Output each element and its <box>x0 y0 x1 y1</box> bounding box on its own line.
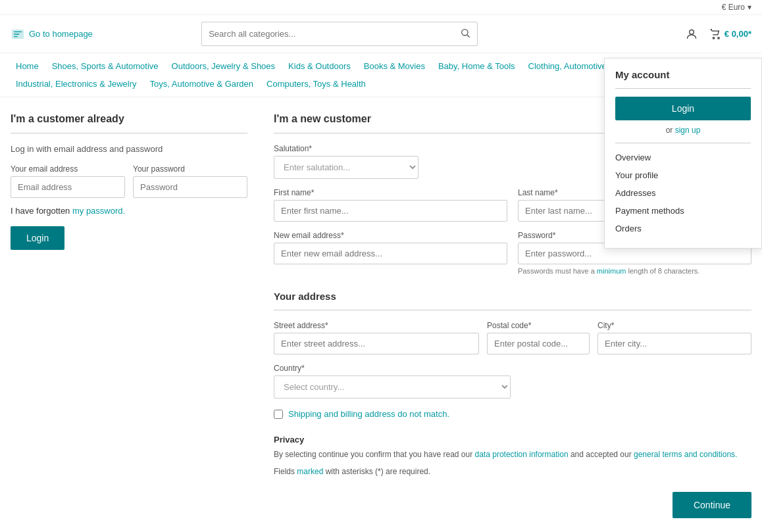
forgot-prefix: I have forgotten <box>11 206 72 216</box>
postal-input[interactable] <box>487 333 590 354</box>
header-icons: € 0,00* <box>685 28 751 41</box>
postal-group: Postal code* <box>487 321 590 354</box>
password-input[interactable] <box>133 176 247 198</box>
search-button[interactable] <box>453 22 477 45</box>
existing-customer-title: I'm a customer already <box>11 113 247 125</box>
nav-item-home[interactable]: Home <box>11 59 44 74</box>
signup-link[interactable]: sign up <box>675 126 701 135</box>
street-label: Street address* <box>274 321 479 330</box>
marked-highlight: marked <box>297 467 323 476</box>
login-credentials-row: Your email address Your password <box>11 164 247 198</box>
svg-point-5 <box>718 37 720 39</box>
user-icon <box>685 28 698 41</box>
account-button[interactable] <box>685 28 698 41</box>
dropdown-overview[interactable]: Overview <box>615 149 751 166</box>
logo-link[interactable]: Go to homepage <box>11 27 93 41</box>
address-title: Your address <box>274 291 751 302</box>
svg-point-3 <box>689 30 694 34</box>
country-label: Country* <box>274 364 511 373</box>
nav-item-toys[interactable]: Toys, Automotive & Garden <box>145 76 259 91</box>
country-select[interactable]: Select country... Germany United States … <box>274 375 511 399</box>
dropdown-title: My account <box>615 69 751 80</box>
dropdown-signup: or sign up <box>615 126 751 135</box>
email-input[interactable] <box>11 176 125 198</box>
forgot-password: I have forgotten my password. <box>11 206 247 216</box>
new-email-label: New email address* <box>274 231 507 240</box>
existing-customer-section: I'm a customer already Log in with email… <box>11 113 247 518</box>
nav-item-outdoors[interactable]: Outdoors, Jewelry & Shoes <box>166 59 281 74</box>
nav-item-books[interactable]: Books & Movies <box>359 59 430 74</box>
nav-item-shoes[interactable]: Shoes, Sports & Automotive <box>47 59 164 74</box>
first-name-group: First name* <box>274 188 507 222</box>
billing-label: Shipping and billing address do not matc… <box>288 409 449 419</box>
first-name-input[interactable] <box>274 200 507 222</box>
dropdown-addresses[interactable]: Addresses <box>615 184 751 202</box>
continue-row: Continue <box>274 492 751 518</box>
new-email-group: New email address* <box>274 231 507 275</box>
data-protection-link[interactable]: data protection information <box>475 450 569 459</box>
search-bar <box>201 22 478 46</box>
password-group: Your password <box>133 164 247 198</box>
search-input[interactable] <box>202 24 453 44</box>
email-label: Your email address <box>11 164 125 174</box>
dropdown-orders[interactable]: Orders <box>615 220 751 237</box>
dropdown-divider2 <box>615 143 751 143</box>
salutation-group: Salutation* Enter salutation... Mr. Ms. … <box>274 144 419 179</box>
cart-button[interactable]: € 0,00* <box>709 28 751 41</box>
top-bar: € Euro ▾ <box>0 0 762 15</box>
header: Go to homepage € 0,00* <box>0 15 762 53</box>
street-input[interactable] <box>274 333 479 354</box>
address-row: Street address* Postal code* City* <box>274 321 751 354</box>
dropdown-divider <box>615 88 751 89</box>
address-section: Your address Street address* Postal code… <box>274 291 751 419</box>
dropdown-your-profile[interactable]: Your profile <box>615 166 751 184</box>
nav-item-computers[interactable]: Computers, Toys & Health <box>261 76 371 91</box>
svg-point-4 <box>713 37 715 39</box>
salutation-select[interactable]: Enter salutation... Mr. Ms. Dr. <box>274 156 419 179</box>
login-button[interactable]: Login <box>11 226 64 250</box>
nav-item-kids[interactable]: Kids & Outdoors <box>283 59 356 74</box>
nav-item-baby[interactable]: Baby, Home & Tools <box>433 59 521 74</box>
currency-arrow-icon: ▾ <box>748 3 751 12</box>
email-group: Your email address <box>11 164 125 198</box>
password-hint: Passwords must have a minimum length of … <box>518 267 751 275</box>
forgot-link[interactable]: my password. <box>72 206 125 216</box>
svg-point-1 <box>462 30 468 36</box>
postal-label: Postal code* <box>487 321 590 330</box>
privacy-section: Privacy By selecting continue you confir… <box>274 435 751 476</box>
city-group: City* <box>597 321 751 354</box>
privacy-title: Privacy <box>274 435 751 445</box>
dropdown-login-button[interactable]: Login <box>615 97 751 120</box>
existing-divider <box>11 133 247 133</box>
city-input[interactable] <box>597 333 751 354</box>
city-label: City* <box>597 321 751 330</box>
dropdown-payment-methods[interactable]: Payment methods <box>615 202 751 220</box>
main-content: I'm a customer already Log in with email… <box>0 97 762 532</box>
minimum-highlight: minimum <box>597 267 626 275</box>
terms-link[interactable]: general terms and conditions. <box>634 450 737 459</box>
privacy-text: By selecting continue you confirm that y… <box>274 448 751 460</box>
billing-checkbox-row: Shipping and billing address do not matc… <box>274 409 751 419</box>
privacy-middle: and accepted our <box>569 450 634 459</box>
cart-amount: € 0,00* <box>724 29 751 39</box>
password-label: Your password <box>133 164 247 174</box>
logo-text: Go to homepage <box>29 29 93 39</box>
new-email-input[interactable] <box>274 243 507 264</box>
existing-customer-subtitle: Log in with email address and password <box>11 144 247 154</box>
cart-icon <box>709 28 722 41</box>
billing-checkbox[interactable] <box>274 410 283 419</box>
country-group: Country* Select country... Germany Unite… <box>274 364 511 399</box>
privacy-prefix: By selecting continue you confirm that y… <box>274 450 475 459</box>
currency-label: € Euro <box>722 3 745 12</box>
address-divider <box>274 310 751 310</box>
svg-line-2 <box>467 35 470 37</box>
nav-item-industrial[interactable]: Industrial, Electronics & Jewelry <box>11 76 142 91</box>
continue-button[interactable]: Continue <box>673 492 751 518</box>
salutation-label: Salutation* <box>274 144 419 153</box>
my-account-dropdown: My account Login or sign up Overview You… <box>604 58 762 249</box>
signup-prefix: or <box>666 126 675 135</box>
logo-icon <box>11 27 25 41</box>
first-name-label: First name* <box>274 188 507 197</box>
required-note: Fields marked with asterisks (*) are req… <box>274 467 751 476</box>
currency-selector[interactable]: € Euro ▾ <box>722 3 751 12</box>
